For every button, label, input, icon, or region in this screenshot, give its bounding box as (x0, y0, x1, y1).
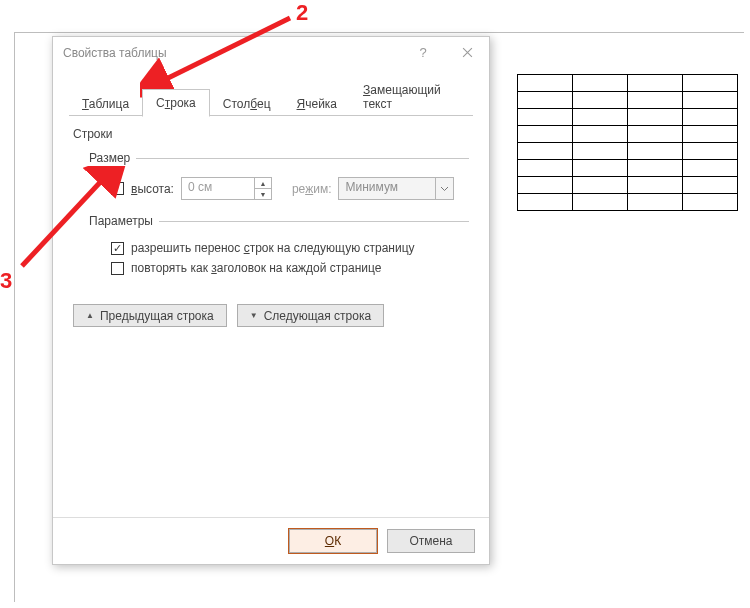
rows-label: Строки (73, 127, 469, 145)
document-table (517, 74, 738, 211)
allow-break-label: разрешить перенос строк на следующую стр… (131, 241, 415, 255)
dialog-title: Свойства таблицы (53, 46, 401, 60)
dialog-body: Строки Размер высота: 0 см ▲ ▼ режим: (53, 116, 489, 327)
tab-row[interactable]: Строка (142, 89, 210, 117)
next-row-button[interactable]: ▼ Следующая строка (237, 304, 384, 327)
mode-value: Минимум (339, 178, 435, 199)
height-value: 0 см (182, 178, 254, 199)
cancel-button[interactable]: Отмена (387, 529, 475, 553)
table-properties-dialog: Свойства таблицы ? Таблица Строка Столбе… (52, 36, 490, 565)
tab-column[interactable]: Столбец (210, 91, 284, 117)
tab-cell[interactable]: Ячейка (284, 91, 351, 117)
close-button[interactable] (445, 37, 489, 68)
ok-button[interactable]: ОК (289, 529, 377, 553)
triangle-up-icon: ▲ (86, 311, 94, 320)
tab-strip: Таблица Строка Столбец Ячейка Замещающий… (53, 68, 489, 116)
size-group: Размер высота: 0 см ▲ ▼ режим: (87, 151, 469, 202)
repeat-header-checkbox[interactable] (111, 262, 124, 275)
mode-select[interactable]: Минимум (338, 177, 454, 200)
repeat-header-label: повторять как заголовок на каждой страни… (131, 261, 381, 275)
tab-alt-text[interactable]: Замещающий текст (350, 77, 473, 117)
row-nav: ▲ Предыдущая строка ▼ Следующая строка (73, 290, 469, 327)
titlebar: Свойства таблицы ? (53, 37, 489, 68)
close-icon (462, 47, 473, 58)
height-spinner[interactable]: 0 см ▲ ▼ (181, 177, 272, 200)
spinner-down-icon[interactable]: ▼ (255, 189, 271, 199)
height-label: высота: (131, 182, 174, 196)
height-checkbox[interactable] (111, 182, 124, 195)
spinner-up-icon[interactable]: ▲ (255, 178, 271, 189)
spinner-buttons[interactable]: ▲ ▼ (254, 178, 271, 199)
triangle-down-icon: ▼ (250, 311, 258, 320)
dialog-footer: ОК Отмена (53, 517, 489, 564)
size-legend: Размер (87, 151, 136, 165)
help-button[interactable]: ? (401, 37, 445, 68)
options-legend: Параметры (87, 214, 159, 228)
annotation-number-3: 3 (0, 268, 12, 294)
options-group: Параметры разрешить перенос строк на сле… (87, 214, 469, 278)
tab-table[interactable]: Таблица (69, 91, 142, 117)
previous-row-button[interactable]: ▲ Предыдущая строка (73, 304, 227, 327)
annotation-number-2: 2 (296, 0, 308, 26)
chevron-down-icon (435, 178, 453, 199)
allow-break-checkbox[interactable] (111, 242, 124, 255)
mode-label: режим: (292, 182, 332, 196)
